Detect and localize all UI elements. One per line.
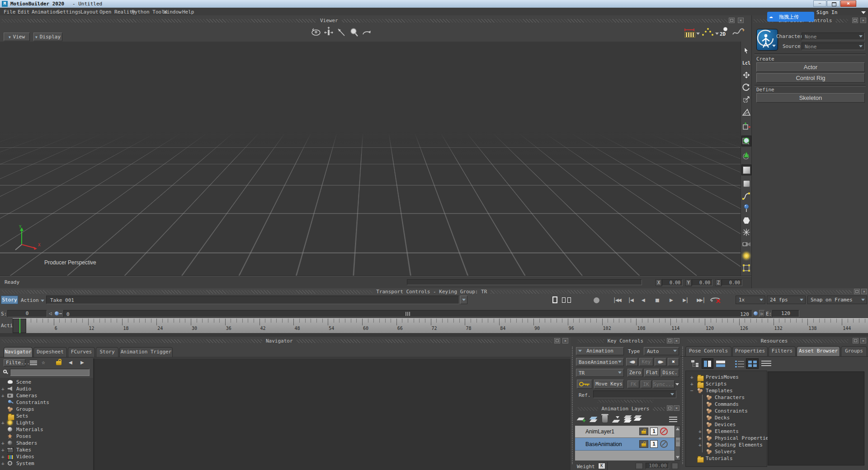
- camera-create-icon[interactable]: [741, 239, 751, 249]
- tab-dopesheet[interactable]: Dopesheet: [33, 347, 67, 357]
- playhead[interactable]: [19, 319, 20, 333]
- split-view-icon[interactable]: [716, 360, 726, 368]
- tree-item-shaders[interactable]: +Shaders: [0, 440, 93, 446]
- keying-mode-button[interactable]: Animation: [576, 347, 624, 355]
- duplicate-layer-icon[interactable]: [590, 416, 600, 423]
- favorites-icon[interactable]: ☆: [42, 359, 45, 366]
- scroll-up-icon[interactable]: [676, 428, 679, 430]
- weight-k-button[interactable]: K: [598, 463, 605, 469]
- character-logo-button[interactable]: [756, 29, 778, 51]
- layer-solo-button[interactable]: 1: [650, 440, 658, 448]
- navigator-content-pane[interactable]: [94, 358, 571, 470]
- layer-select-dropdown[interactable]: BaseAnimation: [576, 358, 624, 366]
- transport-float-icon[interactable]: [854, 289, 860, 294]
- asset-prevismoves[interactable]: +PrevisMoves: [686, 374, 767, 381]
- menu-layout[interactable]: Layout: [80, 9, 99, 15]
- tree-item-cameras[interactable]: +Cameras: [0, 392, 93, 399]
- 2d-display-icon[interactable]: 2D: [720, 27, 730, 37]
- marquee-select-icon[interactable]: [741, 263, 751, 273]
- list-options-icon[interactable]: [30, 361, 37, 365]
- fov-tool-icon[interactable]: [361, 26, 373, 38]
- anim-layers-close-icon[interactable]: ×: [674, 405, 679, 411]
- rotate-tool-icon[interactable]: [741, 82, 751, 93]
- tab-animation-trigger[interactable]: Animation Trigger: [119, 347, 173, 357]
- layer-mute-icon[interactable]: [660, 428, 668, 435]
- asset-tutorials[interactable]: Tutorials: [686, 455, 767, 462]
- asset-physical-properties[interactable]: +Physical Properties: [686, 435, 767, 442]
- tree-item-system[interactable]: +System: [0, 460, 93, 467]
- asset-templates[interactable]: −Templates: [686, 387, 767, 394]
- viewer-float-icon[interactable]: [729, 18, 735, 23]
- action-mode-dropdown[interactable]: Action: [21, 297, 39, 303]
- scale-tool-icon[interactable]: [741, 94, 751, 105]
- flat-button[interactable]: Flat: [644, 369, 660, 377]
- trajectory-icon[interactable]: [702, 27, 713, 37]
- menu-open-reality[interactable]: Open Reality: [99, 9, 135, 15]
- scroll-down-icon[interactable]: [676, 456, 679, 459]
- lock-icon[interactable]: [56, 361, 61, 365]
- asset-devices[interactable]: Devices: [686, 421, 767, 428]
- keying-group-dropdown[interactable]: TR: [576, 369, 624, 377]
- create-control-rig-button[interactable]: Control Rig: [756, 73, 865, 83]
- key-controls-float-icon[interactable]: [667, 338, 673, 343]
- menu-help[interactable]: Help: [182, 9, 194, 15]
- timeline-ruler[interactable]: 0612182430364248546066727884909610210811…: [13, 318, 868, 333]
- range-right-arrow-button[interactable]: ▷: [759, 310, 765, 317]
- asset-characters[interactable]: Characters: [686, 394, 767, 401]
- search-input[interactable]: [10, 369, 90, 376]
- goto-end-button[interactable]: ▶▶|: [693, 296, 708, 304]
- tree-item-audio[interactable]: +Audio: [0, 385, 93, 392]
- menu-settings[interactable]: Settings: [57, 9, 81, 15]
- polygon-tool-icon[interactable]: [741, 215, 751, 226]
- viewer-close-icon[interactable]: ×: [738, 18, 744, 23]
- asset-preview-pane[interactable]: [768, 371, 864, 465]
- layers-scrollbar[interactable]: [675, 426, 680, 461]
- view-menu-button[interactable]: ▼ View: [4, 33, 30, 41]
- cube-primitive-icon[interactable]: [741, 164, 751, 175]
- asset-commands[interactable]: Commands: [686, 401, 767, 408]
- source-dropdown[interactable]: None: [802, 42, 865, 50]
- display-single-icon[interactable]: [552, 296, 557, 303]
- asset-elements[interactable]: +Elements: [686, 428, 767, 435]
- select-tool-icon[interactable]: [741, 45, 751, 56]
- goto-start-button[interactable]: |◀◀: [609, 296, 624, 304]
- resources-close-icon[interactable]: ×: [860, 338, 866, 343]
- scale-display-icon[interactable]: [684, 28, 694, 37]
- select-line-tool-icon[interactable]: [335, 26, 347, 38]
- ik-button[interactable]: IK: [641, 381, 651, 388]
- scale-display-caret-icon[interactable]: [696, 33, 700, 35]
- light-create-icon[interactable]: [741, 250, 751, 261]
- asset-constraints[interactable]: Constraints: [686, 408, 767, 414]
- define-skeleton-button[interactable]: Skeleton: [756, 93, 865, 103]
- marker-tool-icon[interactable]: [741, 203, 751, 214]
- asset-shading-elements[interactable]: +Shading Elements: [686, 442, 767, 448]
- merge-layer-icon[interactable]: [612, 416, 623, 423]
- key-controls-close-icon[interactable]: ×: [674, 338, 679, 343]
- scroll-thumb[interactable]: [675, 437, 680, 447]
- stack-layers-icon[interactable]: [624, 415, 635, 423]
- tree-view-icon[interactable]: [691, 360, 700, 368]
- set-key-button[interactable]: Key: [639, 358, 653, 366]
- resources-float-icon[interactable]: [853, 338, 859, 343]
- sphere-manip-icon[interactable]: [741, 136, 751, 146]
- tree-item-materials[interactable]: Materials: [0, 426, 93, 433]
- frame-translate-icon[interactable]: [741, 121, 751, 132]
- panel-grip[interactable]: [682, 347, 683, 464]
- prev-key-nav-button[interactable]: ◀●: [626, 358, 638, 366]
- range-start-handle[interactable]: [55, 311, 59, 315]
- tab-groups[interactable]: Groups: [841, 346, 867, 356]
- tree-item-groups[interactable]: Groups: [0, 406, 93, 413]
- loop-off-icon[interactable]: [709, 295, 722, 305]
- delete-layer-icon[interactable]: [602, 415, 608, 423]
- asset-solvers[interactable]: Solvers: [686, 448, 767, 455]
- take-field[interactable]: Take 001: [46, 296, 459, 304]
- disc-button[interactable]: Disc.: [661, 369, 679, 377]
- menu-python-tools[interactable]: Python Tools: [132, 9, 167, 15]
- tab-story[interactable]: Story: [96, 347, 118, 357]
- translate-tool-icon[interactable]: [741, 70, 751, 80]
- record-button[interactable]: [594, 297, 599, 303]
- snap-dropdown[interactable]: Snap on Frames: [807, 296, 867, 304]
- sketch-tool-icon[interactable]: [731, 27, 745, 37]
- weight-a-button[interactable]: [672, 463, 678, 469]
- character-controls-float-icon[interactable]: [852, 18, 858, 23]
